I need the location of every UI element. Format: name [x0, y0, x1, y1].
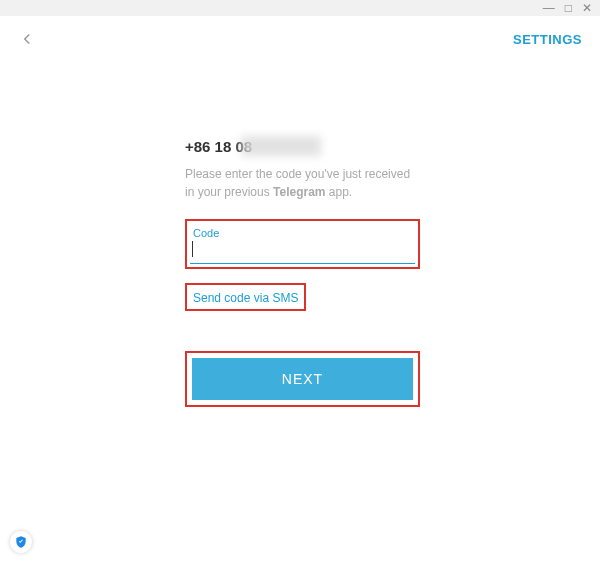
- text-cursor-icon: [192, 241, 193, 257]
- instruction-line1: Please enter the code you've just receiv…: [185, 167, 410, 181]
- code-input-highlight: Code: [185, 219, 420, 269]
- window-titlebar: — □ ✕: [0, 0, 600, 16]
- shield-icon: [10, 531, 32, 553]
- instruction-line2-post: app.: [326, 185, 353, 199]
- code-label: Code: [190, 224, 415, 239]
- instruction-app-name: Telegram: [273, 185, 325, 199]
- sms-link-highlight: Send code via SMS: [185, 283, 306, 311]
- code-input[interactable]: [190, 239, 415, 264]
- back-arrow-icon[interactable]: [18, 30, 36, 48]
- instruction-line2-pre: in your previous: [185, 185, 273, 199]
- close-icon[interactable]: ✕: [582, 2, 592, 14]
- instruction-text: Please enter the code you've just receiv…: [185, 165, 420, 201]
- maximize-icon[interactable]: □: [565, 2, 572, 14]
- phone-number-display: +86 18 08: [185, 138, 420, 155]
- verification-panel: +86 18 08 Please enter the code you've j…: [185, 138, 420, 407]
- next-button-highlight: NEXT: [185, 351, 420, 407]
- app-header: SETTINGS: [0, 16, 600, 48]
- redaction-blur: [241, 136, 321, 156]
- send-sms-link[interactable]: Send code via SMS: [190, 290, 301, 306]
- settings-link[interactable]: SETTINGS: [513, 32, 582, 47]
- minimize-icon[interactable]: —: [543, 2, 555, 14]
- next-button[interactable]: NEXT: [192, 358, 413, 400]
